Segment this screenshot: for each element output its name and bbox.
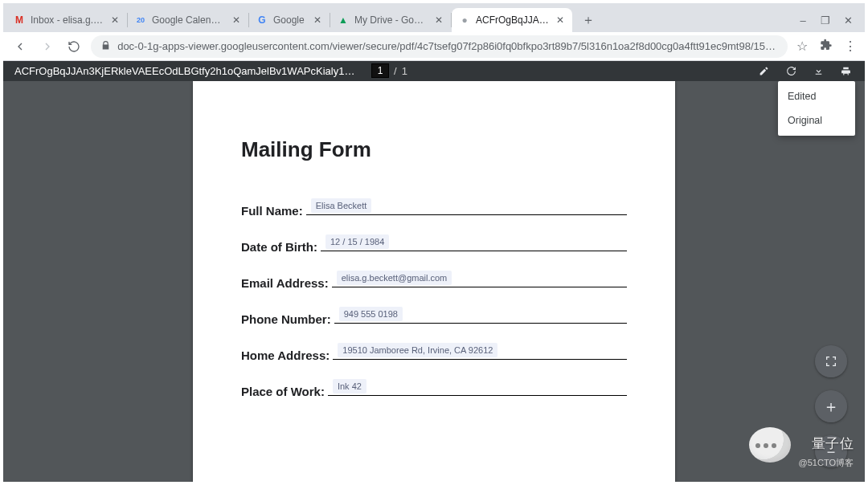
tab-close-icon[interactable]: ✕: [555, 14, 566, 26]
menu-item-original[interactable]: Original: [778, 108, 855, 132]
form-heading: Mailing Form: [241, 137, 627, 162]
pdf-page: Mailing Form Full Name:Elisa BeckettDate…: [193, 81, 675, 482]
field-value: 12 / 15 / 1984: [326, 234, 389, 249]
omnibox[interactable]: doc-0-1g-apps-viewer.googleusercontent.c…: [91, 35, 788, 58]
form-field: Place of Work:Ink 42: [241, 380, 627, 398]
field-label: Place of Work:: [241, 385, 325, 398]
favicon-icon: ●: [458, 14, 471, 26]
form-field: Home Address:19510 Jamboree Rd, Irvine, …: [241, 344, 627, 362]
chrome-menu-icon[interactable]: ⋮: [842, 39, 858, 55]
window-controls: – ❐ ✕: [797, 14, 862, 26]
tab-title: My Drive - Google Drive: [354, 14, 428, 26]
viewer-version-menu: Edited Original: [778, 81, 855, 136]
field-line[interactable]: 949 555 0198: [334, 308, 627, 324]
watermark-text: 量子位: [812, 434, 854, 453]
field-label: Email Address:: [241, 276, 329, 290]
field-value: Elisa Beckett: [311, 198, 372, 213]
new-tab-button[interactable]: ＋: [577, 9, 600, 31]
form-field: Date of Birth:12 / 15 / 1984: [241, 235, 627, 254]
print-icon[interactable]: [837, 63, 854, 79]
download-icon[interactable]: [810, 63, 826, 79]
tab-close-icon[interactable]: ✕: [109, 14, 121, 26]
tab-strip: MInbox - elisa.g.beckett@g✕20Google Cale…: [3, 3, 865, 32]
window-restore-button[interactable]: ❐: [820, 14, 831, 26]
browser-tab[interactable]: GGoogle✕: [249, 8, 330, 32]
tab-close-icon[interactable]: ✕: [231, 14, 242, 26]
favicon-icon: ▲: [337, 14, 350, 26]
field-label: Full Name:: [241, 204, 303, 218]
tab-close-icon[interactable]: ✕: [312, 14, 323, 26]
field-line[interactable]: elisa.g.beckett@gmail.com: [332, 271, 627, 287]
menu-item-edited[interactable]: Edited: [778, 84, 855, 108]
rotate-icon[interactable]: [783, 63, 799, 79]
field-label: Home Address:: [241, 348, 330, 362]
window-close-button[interactable]: ✕: [842, 14, 854, 26]
page-indicator: / 1: [371, 63, 407, 78]
browser-chrome: MInbox - elisa.g.beckett@g✕20Google Cale…: [3, 3, 865, 61]
chrome-actions: ☆ ⋮: [794, 39, 858, 55]
tab-title: Google: [273, 14, 307, 26]
form-field: Full Name:Elisa Beckett: [241, 199, 627, 218]
pdf-title: ACFrOgBqJJAn3KjERkleVAEEcOdLBGtfy2h1oQam…: [14, 65, 360, 77]
form-field: Phone Number:949 555 0198: [241, 308, 627, 326]
extensions-icon[interactable]: [818, 39, 834, 55]
field-value: Ink 42: [333, 379, 366, 393]
nav-reload-button[interactable]: [63, 36, 84, 57]
tab-title: Inbox - elisa.g.beckett@g: [31, 14, 104, 26]
tab-close-icon[interactable]: ✕: [433, 14, 444, 26]
field-label: Date of Birth:: [241, 240, 317, 254]
tab-title: ACFrOgBqJJAn3KjERkle: [476, 14, 550, 26]
browser-tab[interactable]: ●ACFrOgBqJJAn3KjERkle✕: [452, 8, 572, 32]
pdf-viewer: ACFrOgBqJJAn3KjERkleVAEEcOdLBGtfy2h1oQam…: [3, 61, 865, 482]
form-field: Email Address:elisa.g.beckett@gmail.com: [241, 271, 627, 290]
favicon-icon: G: [256, 14, 268, 26]
watermark-credit: @51CTO博客: [799, 457, 854, 469]
field-value: 949 555 0198: [339, 307, 403, 321]
favicon-icon: M: [13, 14, 26, 26]
fit-page-button[interactable]: [815, 345, 847, 377]
nav-back-button[interactable]: [10, 36, 31, 57]
window-minimize-button[interactable]: –: [797, 14, 809, 26]
field-line[interactable]: 19510 Jamboree Rd, Irvine, CA 92612: [333, 344, 627, 360]
field-line[interactable]: Elisa Beckett: [306, 199, 627, 215]
address-row: doc-0-1g-apps-viewer.googleusercontent.c…: [3, 32, 865, 61]
omnibox-url: doc-0-1g-apps-viewer.googleusercontent.c…: [117, 40, 778, 52]
field-label: Phone Number:: [241, 312, 331, 326]
wechat-icon: [749, 427, 791, 463]
browser-window: MInbox - elisa.g.beckett@g✕20Google Cale…: [0, 0, 868, 485]
pdf-toolbar: ACFrOgBqJJAn3KjERkleVAEEcOdLBGtfy2h1oQam…: [3, 61, 865, 81]
zoom-in-button[interactable]: ＋: [815, 390, 847, 422]
edit-icon[interactable]: [755, 63, 772, 79]
browser-tab[interactable]: 20Google Calendar - Augus✕: [128, 8, 248, 32]
nav-forward-button[interactable]: [37, 36, 58, 57]
page-current-input[interactable]: [371, 63, 389, 78]
browser-tab[interactable]: ▲My Drive - Google Drive✕: [330, 8, 451, 32]
favicon-icon: 20: [134, 14, 147, 26]
field-value: 19510 Jamboree Rd, Irvine, CA 92612: [338, 343, 497, 357]
lock-icon: [100, 40, 111, 53]
pdf-body[interactable]: Mailing Form Full Name:Elisa BeckettDate…: [3, 81, 865, 482]
bookmark-icon[interactable]: ☆: [794, 39, 810, 55]
page-total: 1: [402, 65, 407, 77]
browser-tab[interactable]: MInbox - elisa.g.beckett@g✕: [6, 8, 127, 32]
tab-title: Google Calendar - Augus: [152, 14, 226, 26]
field-line[interactable]: Ink 42: [328, 380, 627, 396]
field-value: elisa.g.beckett@gmail.com: [337, 271, 452, 285]
field-line[interactable]: 12 / 15 / 1984: [321, 235, 627, 251]
